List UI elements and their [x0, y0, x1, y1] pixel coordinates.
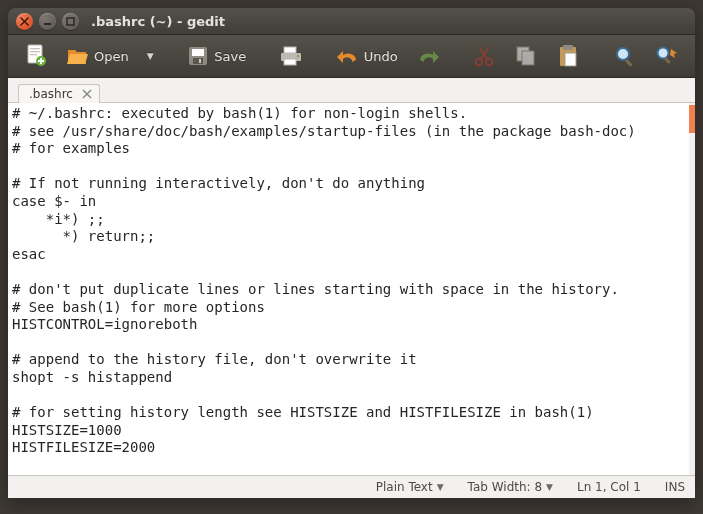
svg-rect-4 [30, 51, 40, 52]
insert-mode-indicator[interactable]: INS [665, 480, 685, 494]
undo-arrow-icon [336, 44, 360, 68]
open-folder-icon [66, 44, 90, 68]
new-document-button[interactable] [18, 40, 54, 72]
copy-button[interactable] [508, 40, 544, 72]
editor-area[interactable]: # ~/.bashrc: executed by bash(1) for non… [8, 103, 695, 475]
save-label: Save [214, 49, 246, 64]
svg-rect-3 [30, 48, 40, 49]
redo-button[interactable] [410, 40, 446, 72]
save-disk-icon [186, 44, 210, 68]
svg-rect-9 [193, 58, 203, 64]
overview-mark [689, 105, 695, 133]
svg-point-22 [617, 48, 629, 60]
tab-bar: .bashrc [8, 78, 695, 103]
window-title: .bashrc (~) - gedit [91, 14, 225, 29]
svg-point-15 [476, 59, 483, 66]
scissors-icon [472, 44, 496, 68]
svg-rect-1 [67, 18, 74, 25]
svg-rect-13 [284, 59, 296, 65]
new-document-icon [24, 44, 48, 68]
cut-button[interactable] [466, 40, 502, 72]
chevron-down-icon: ▼ [437, 482, 444, 492]
close-window-button[interactable] [16, 13, 33, 30]
redo-arrow-icon [416, 44, 440, 68]
printer-icon [279, 44, 303, 68]
svg-rect-23 [625, 59, 633, 67]
svg-rect-18 [522, 51, 534, 65]
tab-width-label: Tab Width: 8 [468, 480, 542, 494]
cursor-position: Ln 1, Col 1 [577, 480, 641, 494]
close-icon [19, 16, 30, 27]
maximize-icon [65, 16, 76, 27]
print-button[interactable] [273, 40, 309, 72]
undo-button[interactable]: Undo [330, 40, 404, 72]
svg-rect-0 [44, 23, 51, 25]
gedit-window: .bashrc (~) - gedit Open ▼ Save [8, 8, 695, 498]
editor-content[interactable]: # ~/.bashrc: executed by bash(1) for non… [8, 103, 689, 475]
undo-label: Undo [364, 49, 398, 64]
find-replace-button[interactable] [649, 40, 685, 72]
open-dropdown-button[interactable]: ▼ [141, 47, 160, 65]
syntax-mode-selector[interactable]: Plain Text ▼ [376, 480, 444, 494]
magnifier-icon [613, 44, 637, 68]
svg-point-16 [486, 59, 493, 66]
copy-icon [514, 44, 538, 68]
tab-width-selector[interactable]: Tab Width: 8 ▼ [468, 480, 553, 494]
titlebar[interactable]: .bashrc (~) - gedit [8, 8, 695, 35]
overview-ruler[interactable] [689, 103, 695, 475]
save-button[interactable]: Save [180, 40, 252, 72]
status-bar: Plain Text ▼ Tab Width: 8 ▼ Ln 1, Col 1 … [8, 475, 695, 498]
toolbar: Open ▼ Save Undo [8, 35, 695, 78]
maximize-window-button[interactable] [62, 13, 79, 30]
svg-rect-5 [30, 54, 37, 55]
tab-label: .bashrc [29, 87, 73, 101]
find-replace-icon [655, 44, 679, 68]
svg-rect-10 [199, 59, 201, 63]
chevron-down-icon: ▼ [546, 482, 553, 492]
close-icon [82, 89, 92, 99]
chevron-down-icon: ▼ [147, 51, 154, 61]
tab-bashrc[interactable]: .bashrc [18, 84, 100, 103]
svg-rect-20 [563, 45, 573, 50]
paste-button[interactable] [550, 40, 586, 72]
find-button[interactable] [607, 40, 643, 72]
tab-close-button[interactable] [81, 88, 93, 100]
svg-point-24 [657, 48, 668, 59]
svg-point-14 [297, 55, 299, 57]
open-label: Open [94, 49, 129, 64]
minimize-icon [42, 16, 53, 27]
open-button[interactable]: Open [60, 40, 135, 72]
svg-rect-8 [192, 49, 204, 56]
svg-rect-21 [565, 53, 576, 66]
clipboard-icon [556, 44, 580, 68]
svg-rect-11 [284, 47, 296, 53]
syntax-mode-label: Plain Text [376, 480, 433, 494]
minimize-window-button[interactable] [39, 13, 56, 30]
